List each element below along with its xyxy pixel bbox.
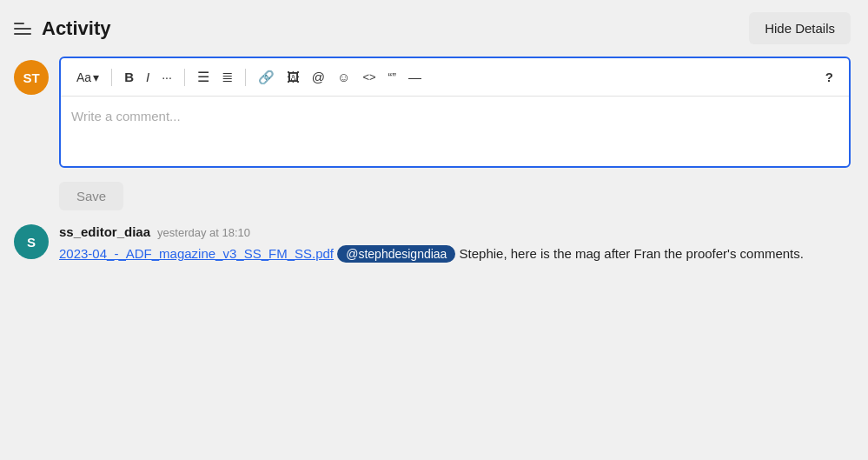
- divider-icon: —: [408, 70, 421, 84]
- font-selector-button[interactable]: Aa ▾: [71, 67, 104, 88]
- link-icon: 🔗: [258, 70, 275, 85]
- main-content: ST Aa ▾ B I ··· ☰: [0, 57, 868, 264]
- commenter-avatar: S: [14, 224, 49, 259]
- comment-meta: ss_editor_diaa yesterday at 18:10: [59, 224, 851, 239]
- header-left: Activity: [14, 17, 110, 40]
- comment-attachment-link[interactable]: 2023-04_-_ADF_magazine_v3_SS_FM_SS.pdf: [59, 246, 334, 261]
- more-formatting-button[interactable]: ···: [156, 67, 177, 88]
- mention-button[interactable]: @: [307, 66, 330, 88]
- link-button[interactable]: 🔗: [253, 66, 280, 89]
- emoji-button[interactable]: ☺: [332, 66, 355, 88]
- at-icon: @: [312, 70, 325, 84]
- comment-content: ss_editor_diaa yesterday at 18:10 2023-0…: [59, 224, 851, 264]
- menu-icon[interactable]: [14, 23, 31, 35]
- quote-icon: “”: [388, 70, 396, 84]
- toolbar-divider-3: [245, 69, 246, 86]
- help-icon: ?: [825, 70, 833, 84]
- ellipsis-icon: ···: [162, 70, 172, 84]
- horizontal-rule-button[interactable]: —: [403, 66, 427, 88]
- unordered-list-button[interactable]: ☰: [192, 65, 215, 89]
- save-button[interactable]: Save: [59, 182, 123, 210]
- editor-placeholder: Write a comment...: [71, 109, 181, 123]
- comment-text-content: Stephie, here is the mag after Fran the …: [460, 246, 804, 261]
- comment-timestamp: yesterday at 18:10: [157, 226, 250, 239]
- italic-button[interactable]: I: [141, 66, 155, 88]
- save-row: Save: [59, 182, 851, 210]
- editor-box: Aa ▾ B I ··· ☰ ≣: [59, 57, 851, 168]
- mention-badge[interactable]: @stephdesigndiaa: [337, 245, 455, 263]
- page-title: Activity: [42, 17, 110, 40]
- comment-item: S ss_editor_diaa yesterday at 18:10 2023…: [14, 224, 851, 264]
- header: Activity Hide Details: [0, 0, 868, 57]
- ordered-list-icon: ≣: [222, 69, 233, 85]
- editor-content-area[interactable]: Write a comment...: [61, 97, 849, 166]
- comment-body: 2023-04_-_ADF_magazine_v3_SS_FM_SS.pdf @…: [59, 244, 851, 264]
- comment-input-row: ST Aa ▾ B I ··· ☰: [14, 57, 851, 168]
- editor-toolbar: Aa ▾ B I ··· ☰ ≣: [61, 58, 849, 97]
- emoji-icon: ☺: [337, 70, 350, 84]
- code-button[interactable]: <>: [357, 67, 381, 87]
- image-icon: 🖼: [287, 70, 300, 84]
- list-icon: ☰: [197, 69, 209, 85]
- chevron-down-icon: ▾: [93, 70, 99, 84]
- help-button[interactable]: ?: [820, 66, 838, 88]
- hide-details-button[interactable]: Hide Details: [749, 12, 851, 44]
- comment-author: ss_editor_diaa: [59, 224, 150, 239]
- bold-button[interactable]: B: [119, 66, 139, 88]
- code-icon: <>: [362, 70, 375, 83]
- toolbar-divider-1: [111, 69, 112, 86]
- avatar: ST: [14, 60, 49, 95]
- ordered-list-button[interactable]: ≣: [216, 65, 238, 89]
- image-button[interactable]: 🖼: [282, 66, 305, 88]
- font-label: Aa: [76, 70, 91, 84]
- quote-button[interactable]: “”: [383, 67, 401, 88]
- toolbar-divider-2: [184, 69, 185, 86]
